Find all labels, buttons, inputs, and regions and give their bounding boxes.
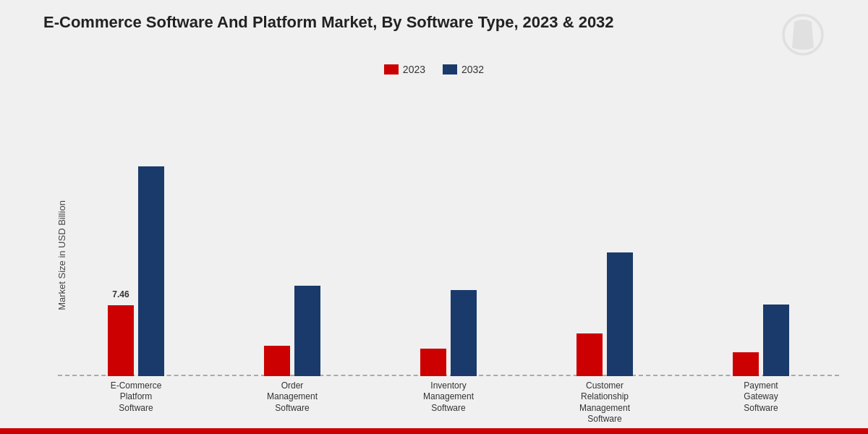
bar-2023-2 (420, 349, 446, 376)
bars-row-0: 7.46 (108, 166, 164, 376)
bar-2032-0 (138, 166, 164, 376)
bar-value-label-0: 7.46 (112, 289, 129, 299)
bar-2023-1 (264, 346, 290, 376)
x-label-1: OrderManagementSoftware (214, 376, 370, 428)
x-label-0: E-CommercePlatformSoftware (58, 376, 214, 428)
bar-group-0: 7.46 (58, 82, 214, 376)
bar-group-3 (527, 82, 683, 376)
bar-group-2 (370, 82, 527, 376)
x-label-2: InventoryManagementSoftware (370, 376, 527, 428)
bar-2023-4 (733, 352, 759, 376)
bar-2032-2 (451, 290, 477, 376)
legend-area: 2023 2032 (0, 61, 868, 82)
chart-plot: 7.46 E-CommercePlatformSoftwareOrderMana… (58, 82, 839, 428)
bar-2023-0: 7.46 (108, 305, 134, 376)
bar-group-4 (683, 82, 839, 376)
x-label-4: PaymentGatewaySoftware (683, 376, 839, 428)
bar-2032-1 (294, 286, 320, 376)
legend-box-2032 (443, 64, 457, 75)
legend-box-2023 (384, 64, 399, 75)
legend-label-2032: 2032 (461, 64, 484, 75)
bars-row-2 (420, 290, 477, 376)
plot-area: 7.46 (58, 82, 839, 376)
title-area: E-Commerce Software And Platform Market,… (0, 0, 868, 61)
chart-container: E-Commerce Software And Platform Market,… (0, 0, 868, 434)
x-label-3: CustomerRelationshipManagementSoftware (527, 376, 683, 428)
bars-row-4 (733, 305, 789, 376)
bars-container: 7.46 (58, 82, 839, 376)
x-labels-row: E-CommercePlatformSoftwareOrderManagemen… (58, 376, 839, 428)
legend-label-2023: 2023 (403, 64, 425, 75)
bottom-bar (0, 428, 868, 434)
legend-item-2023: 2023 (384, 64, 425, 75)
bar-2032-4 (763, 305, 789, 376)
bar-group-1 (214, 82, 370, 376)
chart-title: E-Commerce Software And Platform Market,… (43, 13, 781, 32)
bars-row-3 (576, 252, 633, 376)
bars-row-1 (264, 286, 320, 376)
watermark-icon (781, 13, 825, 56)
bar-2032-3 (607, 252, 633, 376)
chart-body: Market Size in USD Billion 7.46 E-Commer… (0, 82, 868, 428)
legend-item-2032: 2032 (443, 64, 484, 75)
bar-2023-3 (576, 333, 603, 376)
